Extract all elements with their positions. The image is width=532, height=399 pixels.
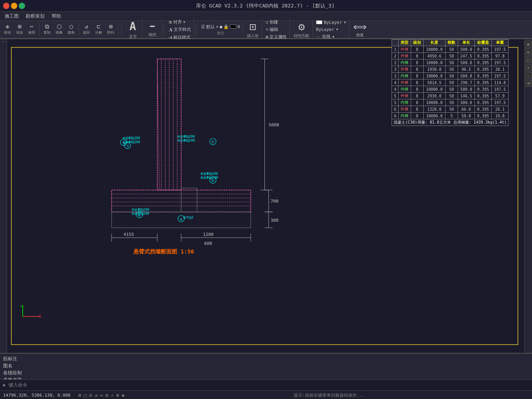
table-cell: 0.395: [474, 66, 491, 73]
close-button[interactable]: [3, 3, 9, 9]
bylayer-row1: ByLayer ▾: [316, 20, 347, 25]
svg-text:布筋Φ8@200: 布筋Φ8@200: [131, 212, 149, 216]
max-button[interactable]: [19, 3, 25, 9]
canvas-area[interactable]: 5000 700 300 4155 1200 600: [7, 39, 524, 353]
status-icon-polar[interactable]: ↺: [95, 392, 98, 398]
table-row: 3内侧810000.050500.00.395197.5: [392, 73, 509, 79]
mirror-button[interactable]: ⬡ 镜像: [53, 23, 65, 36]
block-ops-group: ◻ 创建 ✎ 编辑 ⊞ 定义属性: [263, 18, 290, 41]
status-icon-grid[interactable]: ⊞: [78, 392, 81, 398]
status-icon-transparency[interactable]: ✱: [122, 392, 125, 398]
table-cell: 500.0: [458, 73, 474, 79]
toolbar-row1: ✥ 移动 ⊞ 缩放 ✂ 修剪 ⧉ 复制 ⬡ 镜像 ◯ 圆角: [0, 21, 532, 38]
table-cell: 50: [446, 93, 458, 99]
table-cell: 10000.0: [423, 113, 445, 119]
line-icon: ━: [150, 22, 155, 31]
explode-button[interactable]: ⊏ 分解: [93, 23, 104, 36]
trim-icon: ✂: [30, 24, 33, 30]
table-cell: 2: [392, 59, 399, 66]
rs-btn-4[interactable]: +: [525, 64, 532, 71]
layer-dropdown-row[interactable]: ☰ 默认 ▾ ● 🔒 0: [200, 23, 241, 30]
array-button[interactable]: ⊞ 阵列: [105, 23, 117, 36]
table-cell: 3: [392, 66, 399, 73]
table-cell: 1930.0: [423, 66, 445, 73]
insertblock-label: 插入块: [247, 33, 259, 39]
edit-button[interactable]: ✎ 编辑: [264, 26, 288, 33]
scale-button[interactable]: ⊞ 缩放: [14, 23, 25, 36]
table-cell: 197.5: [491, 46, 508, 53]
bylayer-row3: —— 实线 ▾: [316, 34, 347, 40]
left-sidebar-label: |: [2, 41, 5, 43]
cmd-line-2: 图名: [3, 362, 529, 369]
coord-indicator: X Z: [19, 305, 42, 322]
table-cell: 10000.0: [423, 46, 445, 53]
cmd-input[interactable]: [29, 383, 529, 388]
rs-btn-6[interactable]: ⟲: [525, 80, 532, 87]
svg-text:布筋Φ8@200: 布筋Φ8@200: [177, 135, 195, 138]
bottom-status: 14796.320, 5386.138, 0.008 ⊞ □ ⊡ ↺ ↔ ⚙ ⚡…: [0, 390, 532, 399]
menu-item-bangzhu[interactable]: 帮助: [49, 12, 64, 20]
table-row: 2外侧84950.650247.50.39597.8: [392, 53, 509, 59]
table-cell: 96.5: [458, 66, 474, 73]
align-button[interactable]: ≡ 对齐 ▾: [168, 19, 192, 25]
svg-text:①: ①: [211, 140, 214, 144]
col-weight: 单重: [491, 40, 508, 46]
rs-btn-1[interactable]: ⊞: [525, 41, 532, 48]
title-left-icons: [3, 3, 25, 9]
menu-item-shigongtu[interactable]: 施工图: [2, 12, 22, 20]
table-cell: 38.1: [491, 66, 508, 73]
status-icon-lineweight[interactable]: ⊛: [116, 392, 119, 398]
status-icon-snap[interactable]: □: [84, 392, 87, 398]
table-cell: 5814.5: [423, 79, 445, 86]
properties-icon[interactable]: ⚙: [298, 20, 305, 33]
cmd-line-1: 筋标注: [3, 355, 529, 362]
text-button[interactable]: A 文字: [124, 18, 142, 41]
trim-button[interactable]: ✂ 修剪: [26, 23, 38, 36]
line-button[interactable]: ━ 线性: [143, 18, 162, 41]
cmd-line-4: 表格文字: [3, 376, 529, 379]
table-cell: 97.8: [491, 53, 508, 59]
status-icon-otrack[interactable]: ↔: [100, 392, 103, 398]
table-cell: 0.395: [474, 86, 491, 93]
layer-color-swatch: [230, 25, 236, 29]
svg-text:5000: 5000: [269, 122, 279, 128]
coord-cross-svg: X Z: [19, 305, 42, 320]
rs-btn-2[interactable]: ⊡: [525, 49, 532, 56]
table-cell: 19.8: [491, 113, 508, 119]
textstyle-button[interactable]: 𝐀 文字样式: [168, 26, 192, 33]
table-cell: 197.5: [491, 99, 508, 106]
create-button[interactable]: ◻ 创建: [264, 19, 288, 25]
status-icon-settings[interactable]: ⚙: [105, 392, 108, 398]
col-num: [392, 40, 399, 46]
copy-button[interactable]: ⧉ 复制: [41, 23, 53, 36]
svg-text:⑥: ⑥: [180, 217, 183, 221]
solid-label: 实线: [322, 34, 331, 40]
svg-text:700: 700: [271, 199, 279, 204]
table-cell: 1320.0: [423, 106, 445, 113]
insertblock-icon[interactable]: ⊡: [250, 20, 256, 33]
table-cell: 50: [446, 86, 458, 93]
table-cell: 500.0: [458, 46, 474, 53]
table-cell: 247.5: [458, 53, 474, 59]
table-cell: 外侧: [398, 53, 411, 59]
fillet-button[interactable]: ◯ 圆角: [65, 23, 77, 36]
svg-text:①: ①: [126, 144, 129, 148]
measure-icon[interactable]: ⟺: [353, 22, 367, 32]
rotate-button[interactable]: ↺ 旋转: [81, 23, 92, 36]
main-area: |: [0, 39, 532, 353]
table-row: 4外侧85814.550290.70.395114.8: [392, 79, 509, 86]
menu-item-kancha[interactable]: 勘察策划: [23, 12, 48, 20]
rs-btn-5[interactable]: -: [525, 72, 532, 79]
table-footer-cell: 混凝土(C30)用量: 81.0立方米 总用钢量: 1439.3kg(1.4t): [392, 119, 509, 126]
status-icon-ortho[interactable]: ⊡: [89, 392, 92, 398]
cmd-prompt: ▶ 键入命令: [3, 382, 27, 388]
edit-icon: ✎: [266, 27, 268, 32]
status-icon-dynamic[interactable]: ⚡: [111, 392, 114, 398]
table-cell: 0.395: [474, 59, 491, 66]
move-button[interactable]: ✥ 移动: [2, 23, 13, 36]
color-swatch1: [316, 20, 322, 24]
min-button[interactable]: [11, 3, 17, 9]
rs-btn-3[interactable]: □: [525, 56, 532, 63]
table-cell: 50: [446, 106, 458, 113]
col-grade: 级别: [411, 40, 423, 46]
